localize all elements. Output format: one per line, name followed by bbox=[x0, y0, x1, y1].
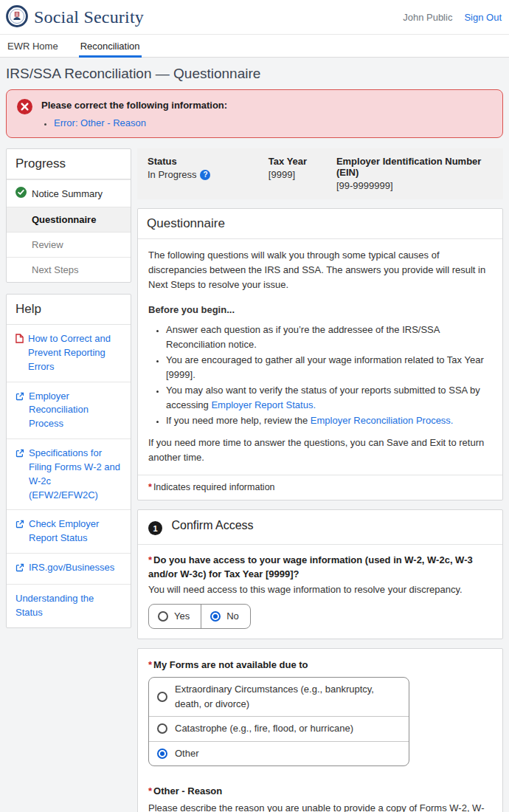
before-you-begin-list: Answer each question as if you’re the ad… bbox=[166, 323, 492, 429]
required-asterisk: * bbox=[148, 482, 152, 492]
required-asterisk: * bbox=[148, 785, 152, 796]
alert-error-item: Error: Other - Reason bbox=[54, 117, 227, 128]
help-link-label: Understanding the Status bbox=[15, 592, 122, 620]
help-question-icon[interactable]: ? bbox=[200, 170, 210, 180]
before-you-begin-heading: Before you begin... bbox=[148, 303, 492, 317]
progress-item-next-steps: Next Steps bbox=[7, 257, 131, 282]
step-number-icon: 1 bbox=[148, 521, 162, 535]
list-item: If you need more help, review the Employ… bbox=[166, 413, 492, 428]
radio-icon[interactable] bbox=[158, 611, 168, 622]
employer-report-status-link[interactable]: Employer Report Status. bbox=[211, 399, 316, 410]
option-label: Catastrophe (e.g., fire, flood, or hurri… bbox=[175, 721, 353, 736]
wage-access-question: *Do you have access to your wage informa… bbox=[148, 554, 492, 580]
progress-item-label: Questionnaire bbox=[32, 214, 96, 225]
confirm-access-card: 1 Confirm Access *Do you have access to … bbox=[137, 509, 503, 639]
option-other[interactable]: Other bbox=[149, 741, 409, 765]
forms-unavailable-label: *My Forms are not available due to bbox=[148, 658, 492, 672]
required-asterisk: * bbox=[148, 659, 152, 670]
option-label: Other bbox=[175, 746, 199, 761]
external-link-icon bbox=[15, 519, 24, 546]
list-item: You are encouraged to gather all your wa… bbox=[166, 353, 492, 382]
status-value: In Progress bbox=[148, 169, 196, 180]
progress-item-notice-summary[interactable]: Notice Summary bbox=[7, 179, 131, 207]
help-link-specifications[interactable]: Specifications for Filing Forms W-2 and … bbox=[7, 438, 131, 509]
progress-item-questionnaire[interactable]: Questionnaire bbox=[7, 207, 131, 232]
option-extraordinary-circumstances[interactable]: Extraordinary Circumstances (e.g., bankr… bbox=[149, 678, 409, 716]
forms-unavailable-body: *My Forms are not available due to Extra… bbox=[138, 649, 502, 812]
progress-item-review: Review bbox=[7, 232, 131, 257]
progress-item-label: Notice Summary bbox=[32, 188, 103, 199]
help-link-understanding-status[interactable]: Understanding the Status bbox=[7, 584, 131, 627]
forms-unavailable-options: Extraordinary Circumstances (e.g., bankr… bbox=[148, 677, 409, 766]
header-right: John Public Sign Out bbox=[403, 12, 502, 23]
alert-heading: Please correct the following information… bbox=[41, 98, 227, 111]
list-item: Answer each question as if you’re the ad… bbox=[166, 323, 492, 352]
content-area: IRS/SSA Reconciliation — Questionnaire P… bbox=[0, 58, 509, 812]
brand-name: Social Security bbox=[34, 7, 144, 27]
status-label: Status bbox=[148, 156, 269, 167]
help-link-reconciliation-process[interactable]: Employer Reconciliation Process bbox=[7, 382, 131, 439]
brand: Social Security bbox=[6, 5, 144, 30]
other-reason-description: Please describe the reason you are unabl… bbox=[148, 801, 492, 812]
yes-option[interactable]: Yes bbox=[149, 605, 201, 628]
radio-icon[interactable] bbox=[157, 723, 167, 734]
status-bar: Status In Progress ? Tax Year [9999] Emp… bbox=[137, 148, 503, 199]
help-header: Help bbox=[7, 295, 131, 325]
progress-item-label: Review bbox=[32, 239, 63, 250]
no-label: No bbox=[226, 609, 239, 624]
confirm-access-header: 1 Confirm Access bbox=[138, 510, 502, 546]
user-name: John Public bbox=[403, 12, 452, 23]
header: Social Security John Public Sign Out bbox=[0, 0, 509, 34]
field-label-text: Other - Reason bbox=[153, 785, 222, 796]
radio-selected-icon[interactable] bbox=[210, 611, 221, 622]
ein-value: [99-9999999] bbox=[336, 180, 493, 191]
ein-label: Employer Identification Number (EIN) bbox=[336, 156, 493, 178]
external-link-icon bbox=[15, 448, 24, 502]
progress-header: Progress bbox=[7, 149, 131, 179]
field-label-text: My Forms are not available due to bbox=[153, 659, 308, 670]
alert-error-link[interactable]: Error: Other - Reason bbox=[54, 117, 146, 128]
main-nav: EWR Home Reconciliation bbox=[0, 34, 509, 58]
tax-year-column: Tax Year [9999] bbox=[269, 156, 336, 191]
main-content: Status In Progress ? Tax Year [9999] Emp… bbox=[137, 148, 503, 812]
sign-out-link[interactable]: Sign Out bbox=[464, 12, 502, 23]
help-link-reporting-errors[interactable]: How to Correct and Prevent Reporting Err… bbox=[7, 325, 131, 382]
error-alert: Please correct the following information… bbox=[6, 89, 503, 138]
nav-item-reconciliation[interactable]: Reconciliation bbox=[79, 35, 142, 57]
other-reason-block: *Other - Reason Please describe the reas… bbox=[148, 784, 492, 812]
alert-content: Please correct the following information… bbox=[41, 98, 227, 130]
page: Social Security John Public Sign Out EWR… bbox=[0, 0, 509, 812]
progress-item-label: Next Steps bbox=[32, 264, 79, 275]
page-title: IRS/SSA Reconciliation — Questionnaire bbox=[6, 58, 503, 89]
questionnaire-title: Questionnaire bbox=[147, 216, 225, 230]
external-link-icon bbox=[15, 391, 24, 432]
tax-year-label: Tax Year bbox=[269, 156, 336, 167]
help-link-label: Employer Reconciliation Process bbox=[29, 390, 122, 432]
questionnaire-card: Questionnaire The following questions wi… bbox=[137, 208, 503, 500]
yes-no-toggle: Yes No bbox=[148, 604, 251, 629]
bullet-text: Answer each question as if you’re the ad… bbox=[166, 324, 440, 350]
radio-selected-icon[interactable] bbox=[157, 749, 167, 759]
status-column: Status In Progress ? bbox=[148, 156, 269, 191]
nav-item-ewr-home[interactable]: EWR Home bbox=[6, 35, 60, 57]
ssa-seal-icon bbox=[6, 5, 28, 30]
confirm-access-body: *Do you have access to your wage informa… bbox=[138, 545, 502, 639]
help-link-label: Specifications for Filing Forms W-2 and … bbox=[29, 447, 122, 502]
questionnaire-header: Questionnaire bbox=[138, 209, 502, 239]
question-text: Do you have access to your wage informat… bbox=[148, 554, 473, 579]
list-item: You may also want to verify the status o… bbox=[166, 383, 492, 413]
help-link-report-status[interactable]: Check Employer Report Status bbox=[7, 509, 131, 553]
questionnaire-body: The following questions will walk you th… bbox=[138, 239, 502, 475]
radio-icon[interactable] bbox=[157, 692, 167, 702]
sidebar: Progress Notice Summary Questionnaire bbox=[6, 148, 131, 628]
help-link-label: IRS.gov/Businesses bbox=[29, 561, 114, 577]
other-reason-label: *Other - Reason bbox=[148, 784, 492, 799]
employer-reconciliation-process-link[interactable]: Employer Reconciliation Process. bbox=[311, 415, 454, 426]
bullet-text: If you need more help, review the bbox=[166, 415, 311, 426]
help-link-irs-businesses[interactable]: IRS.gov/Businesses bbox=[7, 553, 131, 584]
option-catastrophe[interactable]: Catastrophe (e.g., fire, flood, or hurri… bbox=[149, 716, 409, 740]
required-asterisk: * bbox=[148, 554, 152, 565]
option-label: Extraordinary Circumstances (e.g., bankr… bbox=[175, 682, 401, 712]
help-link-label: How to Correct and Prevent Reporting Err… bbox=[28, 332, 122, 374]
no-option[interactable]: No bbox=[201, 605, 250, 628]
